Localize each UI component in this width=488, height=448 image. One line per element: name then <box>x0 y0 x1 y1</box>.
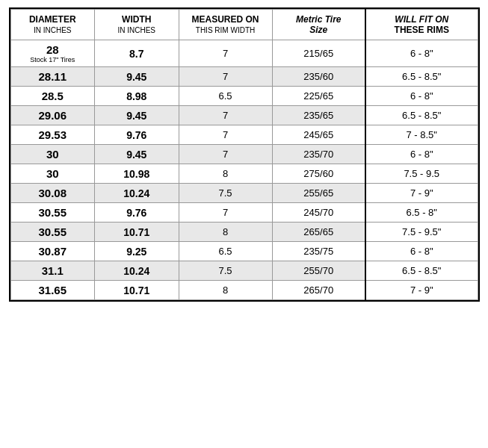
cell-measured: 7 <box>179 40 272 67</box>
table-row: 30.559.767245/706.5 - 8" <box>10 203 478 223</box>
cell-width: 10.24 <box>95 261 179 281</box>
table-row: 30.879.256.5235/756 - 8" <box>10 242 478 261</box>
col-header-col2: WIDTHIN INCHES <box>95 10 179 40</box>
cell-diameter: 30 <box>10 145 95 164</box>
cell-measured: 7.5 <box>179 261 272 281</box>
cell-diameter: 30.87 <box>10 242 95 261</box>
table-row: 31.6510.718265/707 - 9" <box>10 281 478 300</box>
cell-metric: 215/65 <box>272 40 365 67</box>
cell-metric: 255/65 <box>272 184 365 203</box>
cell-diameter: 28Stock 17" Tires <box>10 40 95 67</box>
col-header-col1: DIAMETERIN INCHES <box>10 10 95 40</box>
cell-will-fit: 7 - 9" <box>365 281 478 300</box>
cell-width: 9.76 <box>95 125 179 145</box>
cell-diameter: 29.06 <box>10 106 95 125</box>
cell-diameter: 31.65 <box>10 281 95 300</box>
cell-will-fit: 6 - 8" <box>365 145 478 164</box>
cell-metric: 265/65 <box>272 223 365 242</box>
cell-will-fit: 6.5 - 8.5" <box>365 261 478 281</box>
table-row: 28.119.457235/606.5 - 8.5" <box>10 67 478 87</box>
table-row: 28Stock 17" Tires8.77215/656 - 8" <box>10 40 478 67</box>
cell-diameter: 29.53 <box>10 125 95 145</box>
cell-metric: 235/75 <box>272 242 365 261</box>
cell-diameter: 30.08 <box>10 184 95 203</box>
table-row: 3010.988275/607.5 - 9.5 <box>10 164 478 184</box>
cell-measured: 7 <box>179 106 272 125</box>
cell-metric: 245/65 <box>272 125 365 145</box>
cell-diameter: 30 <box>10 164 95 184</box>
col-header-col4: Metric TireSize <box>272 10 365 40</box>
cell-measured: 8 <box>179 164 272 184</box>
cell-will-fit: 6 - 8" <box>365 87 478 106</box>
cell-will-fit: 7 - 8.5" <box>365 125 478 145</box>
cell-measured: 7.5 <box>179 184 272 203</box>
cell-metric: 275/60 <box>272 164 365 184</box>
col-header-col3: MEASURED ONTHIS RIM WIDTH <box>179 10 272 40</box>
cell-measured: 6.5 <box>179 242 272 261</box>
cell-will-fit: 6 - 8" <box>365 242 478 261</box>
cell-width: 9.45 <box>95 67 179 87</box>
table-row: 309.457235/706 - 8" <box>10 145 478 164</box>
cell-measured: 7 <box>179 203 272 223</box>
cell-diameter: 31.1 <box>10 261 95 281</box>
table-row: 30.0810.247.5255/657 - 9" <box>10 184 478 203</box>
cell-will-fit: 7.5 - 9.5 <box>365 164 478 184</box>
table-row: 31.110.247.5255/706.5 - 8.5" <box>10 261 478 281</box>
cell-measured: 7 <box>179 67 272 87</box>
cell-metric: 235/60 <box>272 67 365 87</box>
tire-size-table: DIAMETERIN INCHESWIDTHIN INCHESMEASURED … <box>9 7 480 302</box>
cell-will-fit: 6 - 8" <box>365 40 478 67</box>
cell-metric: 255/70 <box>272 261 365 281</box>
cell-diameter: 28.11 <box>10 67 95 87</box>
cell-measured: 7 <box>179 145 272 164</box>
cell-width: 9.45 <box>95 145 179 164</box>
table-row: 29.069.457235/656.5 - 8.5" <box>10 106 478 125</box>
table-row: 28.58.986.5225/656 - 8" <box>10 87 478 106</box>
cell-diameter: 30.55 <box>10 223 95 242</box>
table-row: 30.5510.718265/657.5 - 9.5" <box>10 223 478 242</box>
cell-metric: 245/70 <box>272 203 365 223</box>
cell-measured: 8 <box>179 281 272 300</box>
cell-measured: 7 <box>179 125 272 145</box>
cell-will-fit: 7 - 9" <box>365 184 478 203</box>
cell-will-fit: 7.5 - 9.5" <box>365 223 478 242</box>
cell-will-fit: 6.5 - 8.5" <box>365 106 478 125</box>
cell-diameter: 28.5 <box>10 87 95 106</box>
cell-width: 8.7 <box>95 40 179 67</box>
cell-will-fit: 6.5 - 8.5" <box>365 67 478 87</box>
cell-metric: 235/65 <box>272 106 365 125</box>
table-row: 29.539.767245/657 - 8.5" <box>10 125 478 145</box>
col-header-col5: WILL FIT ONTHESE RIMS <box>365 10 478 40</box>
cell-width: 9.45 <box>95 106 179 125</box>
cell-width: 9.25 <box>95 242 179 261</box>
cell-diameter: 30.55 <box>10 203 95 223</box>
cell-width: 9.76 <box>95 203 179 223</box>
cell-measured: 8 <box>179 223 272 242</box>
cell-measured: 6.5 <box>179 87 272 106</box>
cell-width: 10.24 <box>95 184 179 203</box>
cell-metric: 225/65 <box>272 87 365 106</box>
cell-metric: 235/70 <box>272 145 365 164</box>
cell-width: 10.71 <box>95 281 179 300</box>
cell-metric: 265/70 <box>272 281 365 300</box>
cell-will-fit: 6.5 - 8" <box>365 203 478 223</box>
cell-width: 10.71 <box>95 223 179 242</box>
table-header: DIAMETERIN INCHESWIDTHIN INCHESMEASURED … <box>10 10 478 40</box>
cell-width: 10.98 <box>95 164 179 184</box>
cell-width: 8.98 <box>95 87 179 106</box>
